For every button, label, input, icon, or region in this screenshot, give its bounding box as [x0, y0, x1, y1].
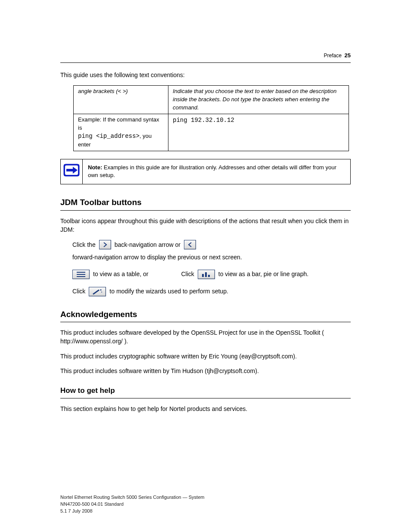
table-row: Example: If the command syntax is ping <… [74, 114, 349, 151]
svg-rect-5 [202, 274, 204, 277]
ack-paragraph-3: This product includes software written b… [60, 367, 351, 375]
svg-rect-6 [205, 272, 207, 277]
header-prefix: Preface [324, 53, 342, 59]
header-rule [60, 62, 351, 63]
example-pre: Example: If the command syntax is [78, 116, 159, 131]
page-footer: Nortel Ethernet Routing Switch 5000 Seri… [60, 494, 351, 515]
note-icon-cell [61, 159, 83, 184]
wizard-icon [92, 289, 103, 295]
example-cmd: ping <ip_address> [78, 133, 140, 140]
row-text: to modify the wizards used to perform se… [109, 287, 228, 296]
table-view-button[interactable] [72, 270, 90, 279]
arrow-right-icon [63, 171, 80, 178]
intro-paragraph: This guide uses the following text conve… [60, 71, 351, 79]
table-row: angle brackets (< >) Indicate that you c… [74, 86, 349, 114]
back-nav-button[interactable] [184, 240, 196, 249]
find-rule [60, 398, 351, 398]
conventions-table: angle brackets (< >) Indicate that you c… [73, 85, 349, 151]
example-cmd2: ping 192.32.10.12 [173, 117, 234, 124]
wizard-button[interactable] [89, 287, 106, 296]
page-number: 25 [345, 52, 351, 59]
svg-point-9 [101, 292, 102, 292]
table-icon [76, 271, 86, 277]
toolbar-row-wizard: Click to modify the wizards used to perf… [72, 287, 351, 296]
cell-example-right: ping 192.32.10.12 [168, 114, 349, 151]
note-text-cell: Note: Examples in this guide are for ill… [83, 159, 351, 184]
ack-paragraph-2: This product includes cryptographic soft… [60, 352, 351, 361]
svg-rect-7 [208, 275, 210, 277]
toolbar-intro: Toolbar icons appear throughout this gui… [60, 217, 351, 234]
row-text: to view as a table, or [93, 270, 148, 278]
note-box: Note: Examples in this guide are for ill… [60, 159, 351, 185]
row-text: Click the [72, 240, 96, 249]
bar-chart-icon [201, 271, 212, 277]
toolbar-row-nav: Click the back-navigation arrow or forwa… [72, 240, 351, 261]
toolbar-section-title: JDM Toolbar buttons [60, 196, 351, 208]
row-text: Click [72, 287, 85, 296]
chevron-right-icon [102, 242, 108, 247]
ack-section-title: Acknowledgements [60, 308, 351, 320]
page-header: Preface 25 [60, 52, 351, 60]
toolbar-rule [60, 210, 351, 211]
note-text: Examples in this guide are for illustrat… [88, 164, 336, 179]
row-text: to view as a bar, pie or line graph. [218, 270, 308, 278]
chevron-left-icon [187, 242, 193, 247]
find-section-title: How to get help [60, 386, 351, 396]
graph-view-button[interactable] [198, 270, 215, 279]
toolbar-row-view: to view as a table, or Click to view as … [72, 270, 351, 279]
ack-paragraph-1: This product includes software developed… [60, 328, 351, 346]
forward-nav-button[interactable] [99, 240, 111, 249]
find-paragraph: This section explains how to get help fo… [60, 404, 351, 413]
cell-description: Indicate that you choose the text to ent… [168, 86, 349, 114]
note-label: Note: [88, 164, 102, 171]
row-text: Click [181, 270, 194, 278]
row-text: forward-navigation arrow to display the … [72, 253, 242, 261]
svg-point-8 [100, 289, 102, 290]
cell-convention: angle brackets (< >) [74, 86, 168, 114]
row-text: back-navigation arrow or [115, 240, 181, 249]
ack-rule [60, 322, 351, 322]
cell-example-left: Example: If the command syntax is ping <… [74, 114, 168, 151]
